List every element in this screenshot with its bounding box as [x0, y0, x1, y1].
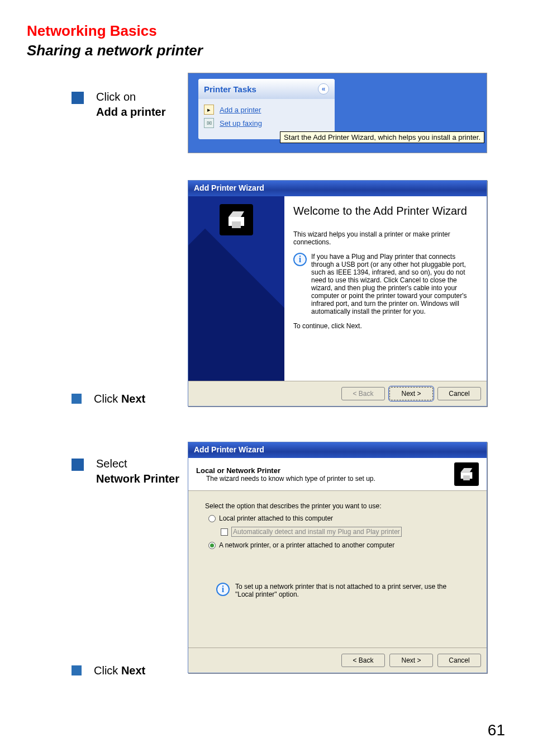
task-row-setup-faxing: ✉ Set up faxing — [204, 118, 329, 128]
radio-local-printer[interactable]: Local printer attached to this computer — [208, 514, 470, 522]
svg-rect-5 — [463, 475, 470, 480]
bullet-text-bold: Next — [121, 393, 145, 405]
printer-tasks-panel: Printer Tasks « ▸ Add a printer ✉ Set up… — [188, 73, 487, 153]
bullet-icon — [72, 394, 82, 404]
wizard-heading: Welcome to the Add Printer Wizard — [293, 204, 478, 218]
radio-network-printer[interactable]: A network printer, or a printer attached… — [208, 541, 470, 549]
wizard-titlebar: Add Printer Wizard — [188, 181, 487, 196]
fax-icon: ✉ — [204, 118, 214, 128]
radio-icon — [208, 515, 216, 522]
wizard-subheader-sub: The wizard needs to know which type of p… — [206, 475, 375, 483]
next-button[interactable]: Next > — [389, 387, 433, 400]
cancel-button[interactable]: Cancel — [437, 654, 481, 667]
wizard-prompt: Select the option that describes the pri… — [205, 502, 470, 510]
page-title-red: Networking Basics — [27, 22, 506, 40]
wizard-footer: < Back Next > Cancel — [188, 648, 487, 673]
printer-icon — [220, 204, 253, 235]
wizard-body: Select the option that describes the pri… — [188, 491, 487, 648]
task-row-add-printer: ▸ Add a printer — [204, 105, 329, 115]
back-button: < Back — [341, 387, 385, 400]
wizard-info-text: To set up a network printer that is not … — [235, 583, 451, 598]
svg-marker-4 — [461, 468, 473, 472]
bullet-icon — [72, 459, 84, 471]
printer-icon — [454, 462, 479, 486]
tooltip-add-printer: Start the Add Printer Wizard, which help… — [280, 131, 484, 143]
cancel-button[interactable]: Cancel — [437, 387, 481, 400]
next-button[interactable]: Next > — [389, 654, 433, 667]
bullet-text-pre: Click on — [96, 91, 136, 103]
svg-rect-2 — [232, 221, 241, 228]
wizard-info-text: If you have a Plug and Play printer that… — [311, 253, 478, 315]
wizard-subheader-title: Local or Network Printer — [196, 466, 280, 475]
setup-faxing-link[interactable]: Set up faxing — [220, 119, 262, 127]
bullet-icon — [72, 665, 82, 675]
instruction-step: Click on Add a printer — [96, 89, 165, 120]
page-number: 61 — [488, 721, 505, 739]
wizard-titlebar: Add Printer Wizard — [188, 442, 487, 458]
bullet-text-bold: Next — [121, 664, 145, 677]
checkbox-icon — [221, 528, 228, 536]
instruction-step: Click Next — [94, 663, 145, 678]
checkbox-label: Automatically detect and install my Plug… — [231, 527, 402, 537]
bullet-text-bold: Add a printer — [96, 106, 165, 118]
bullet-text-pre: Click — [94, 393, 121, 405]
wizard-info-row: i To set up a network printer that is no… — [216, 583, 451, 598]
radio-label: A network printer, or a printer attached… — [219, 541, 394, 549]
instruction-step: Click Next — [94, 391, 145, 407]
bullet-text-pre: Select — [96, 457, 127, 470]
wizard-info-row: i If you have a Plug and Play printer th… — [293, 253, 478, 315]
add-printer-icon: ▸ — [204, 105, 214, 115]
radio-icon — [208, 542, 216, 549]
bullet-icon — [72, 92, 84, 104]
add-printer-wizard-welcome: Add Printer Wizard Welcome to the Add Pr… — [188, 180, 487, 407]
radio-label: Local printer attached to this computer — [219, 514, 333, 522]
wizard-main-content: Welcome to the Add Printer Wizard This w… — [284, 196, 487, 381]
wizard-subheader: Local or Network Printer The wizard need… — [188, 458, 487, 491]
wizard-body-text: This wizard helps you install a printer … — [293, 230, 478, 246]
printer-tasks-title: Printer Tasks — [204, 84, 256, 94]
wizard-footer: < Back Next > Cancel — [188, 381, 487, 406]
info-icon: i — [216, 583, 230, 596]
instruction-step: Select Network Printer — [96, 456, 179, 486]
svg-marker-1 — [229, 211, 244, 217]
collapse-button[interactable]: « — [318, 83, 329, 94]
back-button[interactable]: < Back — [341, 654, 385, 667]
wizard-continue-text: To continue, click Next. — [293, 322, 478, 330]
add-printer-link[interactable]: Add a printer — [220, 106, 261, 114]
printer-tasks-header: Printer Tasks « — [198, 79, 335, 99]
page-title-sub: Sharing a network printer — [27, 42, 506, 59]
chevron-up-icon: « — [322, 85, 326, 93]
add-printer-wizard-type: Add Printer Wizard Local or Network Prin… — [188, 442, 487, 673]
wizard-sidebar-graphic — [188, 196, 284, 381]
checkbox-autodetect: Automatically detect and install my Plug… — [221, 527, 470, 537]
printer-tasks-card: Printer Tasks « ▸ Add a printer ✉ Set up… — [198, 79, 335, 139]
bullet-text-pre: Click — [94, 664, 121, 677]
bullet-text-bold: Network Printer — [96, 472, 179, 485]
info-icon: i — [293, 253, 307, 266]
